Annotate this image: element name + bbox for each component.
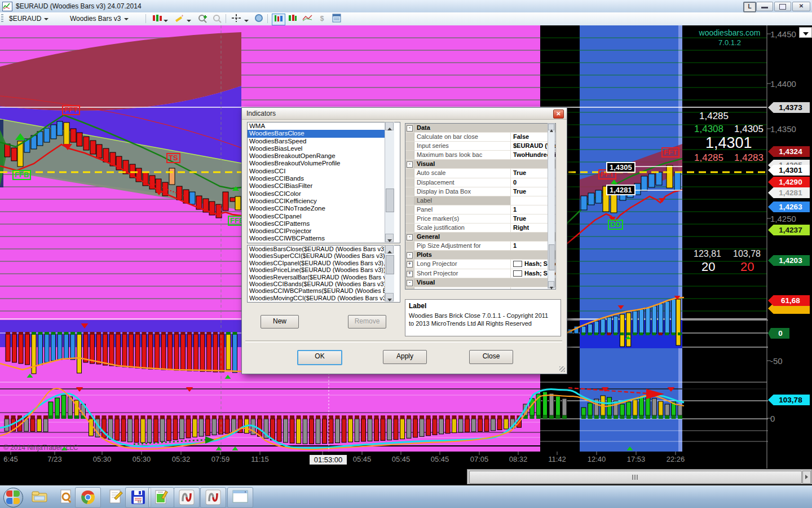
taskbar-chrome-button[interactable] [75,487,101,508]
scroll-up-icon[interactable] [548,124,554,130]
available-list-scrollbar[interactable] [385,122,394,242]
window-titlebar[interactable]: $EURAUD (Woodies Bars v3) 24.07.2014 L ✕ [0,0,812,13]
property-row[interactable]: - Plots [405,251,555,260]
scroll-thumb[interactable] [386,189,394,212]
indicators-dialog[interactable]: Indicators ✕ WMAWoodiesBarsCloseWoodiesB… [241,107,567,374]
dialog-titlebar[interactable]: Indicators ✕ [242,108,567,120]
property-row[interactable]: Auto scale True [405,169,555,178]
property-row[interactable]: Pip Size Adjustment for 1 [405,242,555,251]
hscroll-thumb[interactable] [469,471,802,484]
remove-button[interactable]: Remove [348,315,386,329]
zoom-out-button[interactable] [211,14,223,24]
indicator-list-item[interactable]: WoodiesCCIpanel [248,213,389,220]
taskbar-notepad-button[interactable] [103,487,128,507]
property-grid[interactable]: - Data Calculate on bar close False Inpu… [405,123,556,290]
magnify-region-button[interactable] [253,14,265,24]
property-row[interactable]: Calculate on bar close False [405,133,555,142]
series-dropdown[interactable]: Woodies Bars v3 [68,14,131,24]
ok-button[interactable]: OK [297,350,342,365]
indicator-list-item[interactable]: WoodiesCCIColor [248,190,389,198]
expander-icon[interactable]: - [407,252,413,259]
indicator-list-item[interactable]: WoodiesBiasLevel [248,145,389,152]
property-row[interactable]: Input series $EURAUD (Woodies B [405,142,555,151]
indicator-list-item[interactable]: WoodiesCCIWBCPatterns [248,235,389,242]
zoom-in-button[interactable] [196,14,209,24]
toolbar-grip[interactable] [1,14,3,23]
expander-icon[interactable]: + [407,261,413,268]
scroll-up-icon[interactable] [385,245,394,253]
property-row[interactable]: Display in Data Box True [405,187,555,196]
indicator-list-item[interactable]: WoodiesBreakoutOpenRange [248,152,389,160]
indicator-list-item[interactable]: WMA [248,122,389,130]
taskbar-editor-button[interactable] [148,487,174,508]
property-row[interactable]: Displacement 0 [405,178,555,187]
chart-style-line-button[interactable] [301,14,314,24]
applied-indicator-item[interactable]: WoodiesSuperCCI($EURAUD (Woodies Bars v3… [248,252,389,259]
indicator-list-item[interactable]: WoodiesCCIBiasFilter [248,182,389,190]
indicator-list-item[interactable]: WoodiesBreakoutVolumeProfile [248,160,389,167]
indicator-list-item[interactable]: WoodiesCCIProjector [248,227,389,235]
applied-indicator-item[interactable]: WoodiesReversalBar($EURAUD (Woodies Bars… [248,274,389,281]
new-button[interactable]: New [261,315,299,329]
expander-icon[interactable]: - [407,161,413,168]
indicator-list-item[interactable]: WoodiesCCIKefficiency [248,198,389,205]
scroll-thumb[interactable] [386,255,394,274]
minimize-button[interactable] [756,2,773,11]
hscroll-right-arrow[interactable] [802,471,811,484]
taskbar-ninjatrader2-button[interactable] [200,487,226,508]
apply-button[interactable]: Apply [383,350,427,364]
color-swatch[interactable] [513,270,522,277]
property-row[interactable]: - Visual [405,160,555,169]
crosshair-button[interactable] [230,14,249,24]
applied-indicator-item[interactable]: WoodiesMovingCCI($EURAUD (Woodies Bars v… [248,295,389,301]
indicator-list-item[interactable]: WoodiesCCINoTradeZone [248,205,389,212]
bar-type-button[interactable] [150,14,169,24]
indicator-list-item[interactable]: WoodiesCCIBands [248,175,389,182]
taskbar-explorer-button[interactable] [27,487,52,507]
property-row[interactable]: + Long Projector Hash; Solid; 2px [405,260,555,269]
chart-style-bars-button[interactable] [272,14,285,25]
expander-icon[interactable]: - [407,125,413,132]
grid-scrollbar[interactable] [548,123,555,288]
applied-indicators-list[interactable]: WoodiesBarsClose($EURAUD (Woodies Bars v… [247,245,400,303]
property-row[interactable]: GraphicsMode True [405,287,555,290]
close-button[interactable]: ✕ [792,2,810,11]
property-row[interactable]: Panel 1 [405,205,555,214]
indicator-list-item[interactable]: WoodiesCCIPatterns [248,220,389,227]
scroll-thumb[interactable] [549,244,555,270]
applied-indicator-item[interactable]: WoodiesCCIpanel($EURAUD (Woodies Bars v3… [248,260,389,266]
scroll-down-icon[interactable] [385,293,394,301]
applied-indicator-item[interactable]: WoodiesCCIBands($EURAUD (Woodies Bars v3… [248,281,389,287]
link-button[interactable]: L [743,2,756,12]
expander-icon[interactable]: - [407,234,413,240]
property-row[interactable]: Label [405,196,555,205]
taskbar-save-button[interactable]: 64 [125,487,151,508]
applied-indicator-item[interactable]: WoodiesBarsClose($EURAUD (Woodies Bars v… [248,246,389,252]
taskbar-ninjatrader-button[interactable] [174,487,200,508]
start-button[interactable] [3,488,23,507]
indicator-list-item[interactable]: WoodiesBarsClose [248,130,389,137]
scroll-down-icon[interactable] [385,234,394,242]
available-indicators-list[interactable]: WMAWoodiesBarsCloseWoodiesBarsSpeedWoodi… [247,122,400,243]
dialog-close-button[interactable]: ✕ [553,110,564,119]
property-row[interactable]: - Visual [405,278,555,287]
color-swatch[interactable] [513,261,522,267]
scroll-down-icon[interactable] [548,281,554,288]
indicator-list-item[interactable]: WoodiesCCI [248,168,389,175]
resize-grip[interactable] [559,366,565,372]
expander-icon[interactable]: + [407,271,413,277]
property-row[interactable]: - Data [405,124,555,133]
chart-style-candle-button[interactable] [286,14,299,24]
applied-list-scrollbar[interactable] [385,245,394,301]
property-row[interactable]: Scale justification Right [405,224,555,233]
hscrollbar[interactable] [467,469,812,484]
data-panel-button[interactable] [330,14,343,24]
currency-button[interactable]: $ [316,14,328,24]
expander-icon[interactable]: - [407,280,413,286]
draw-tool-button[interactable] [173,14,192,24]
property-row[interactable]: + Short Projector Hash; Solid; 2px [405,269,555,278]
close-dialog-button[interactable]: Close [469,350,513,364]
taskbar-window-button[interactable] [227,487,253,508]
indicator-list-item[interactable]: WoodiesBarsSpeed [248,138,389,145]
applied-indicator-item[interactable]: WoodiesCCIWBCPatterns($EURAUD (Woodies B… [248,287,389,294]
